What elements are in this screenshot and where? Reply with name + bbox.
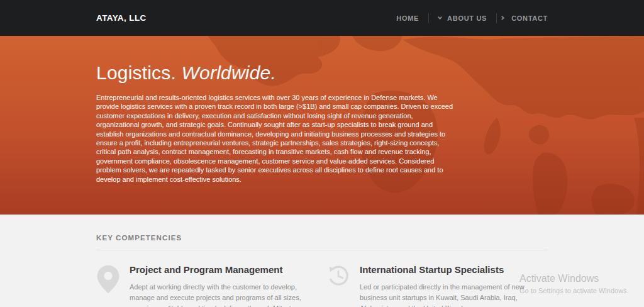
competency-description: Adept at working directly with the custo… — [130, 282, 318, 307]
nav-divider — [428, 13, 429, 23]
nav-item-about-us[interactable]: ABOUT US — [447, 14, 487, 22]
hero-title: Logistics. Worldwide. — [96, 62, 548, 84]
competency-title: International Startup Specialists — [360, 264, 548, 275]
competency-item-project-management: Project and Program Management Adept at … — [96, 263, 318, 307]
nav-divider — [496, 13, 497, 23]
hero-title-regular: Logistics. — [96, 62, 176, 83]
top-navigation-bar: ATAYA, LLC HOME ABOUT US CONTACT — [0, 0, 644, 36]
competency-item-startup-specialists: International Startup Specialists Led or… — [326, 263, 548, 307]
competency-title: Project and Program Management — [130, 264, 318, 275]
key-competencies-section: KEY COMPETENCIES Project and Program Man… — [0, 215, 644, 307]
chevron-down-icon — [438, 14, 442, 19]
nav-item-home[interactable]: HOME — [396, 14, 419, 22]
hero-paragraph: Entrepreneurial and results-oriented log… — [96, 93, 456, 184]
chevron-right-icon — [500, 16, 504, 20]
site-logo[interactable]: ATAYA, LLC — [96, 13, 147, 23]
history-clock-icon — [326, 263, 350, 307]
section-title: KEY COMPETENCIES — [96, 234, 548, 242]
map-pin-icon — [96, 263, 120, 307]
main-nav: HOME ABOUT US CONTACT — [396, 13, 548, 23]
hero-title-italic: Worldwide. — [182, 62, 276, 83]
section-divider — [96, 250, 548, 250]
hero-section: Logistics. Worldwide. Entrepreneurial an… — [0, 36, 644, 215]
competency-description: Led or participated directly in the mana… — [360, 282, 548, 307]
nav-item-contact[interactable]: CONTACT — [511, 14, 548, 22]
